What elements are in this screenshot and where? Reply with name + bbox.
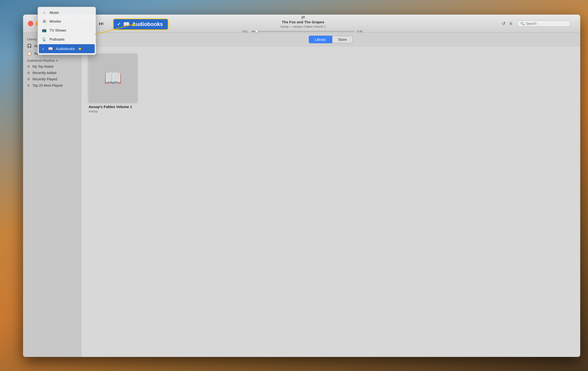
podcasts-icon: 📡 (42, 37, 47, 42)
playlists-section-header[interactable]: Audiobook Playlists ▾ (23, 57, 81, 63)
dot-indicator (79, 48, 81, 50)
close-button[interactable] (28, 21, 33, 26)
dropdown-item-podcasts[interactable]: 📡 Podcasts (38, 35, 96, 44)
chevron-down-icon: ▾ (56, 59, 58, 62)
gear-icon-recently-played: ⚙ (27, 77, 30, 81)
progress-bar[interactable] (252, 31, 355, 32)
search-icon: 🔍 (520, 21, 525, 25)
dropdown-audiobooks-label: Audiobooks (56, 47, 75, 51)
dropdown-item-movies[interactable]: ⊞ Movies (38, 17, 96, 26)
next-button[interactable]: ⏭ (99, 21, 104, 27)
playlist-top-25-label: Top 25 Most Played (32, 84, 63, 87)
album-card-aesops-fables[interactable]: 📖 Aesop's Fables Volume 1 Aesop (89, 54, 137, 113)
repeat-button[interactable]: ↺ (502, 21, 505, 26)
gear-icon-top-25: ⚙ (27, 84, 30, 87)
playlist-my-top-rated-label: My Top Rated (32, 64, 53, 68)
right-controls: ≡ 🔍 (509, 21, 570, 27)
audiobooks-dropdown-icon: 📖 (48, 46, 53, 51)
playlist-recently-added[interactable]: ⚙ Recently Added (23, 70, 81, 76)
dropdown-item-audiobooks[interactable]: ✓ 📖 Audiobooks (39, 44, 95, 53)
headphones-icon: 🎧 (27, 43, 32, 48)
track-subtitle: Aesop — Aesop's Fables Volume 1 (280, 25, 326, 28)
tab-library[interactable]: Library (309, 36, 332, 43)
window-body: Library 🎧 Audiobooks 📋 Authors Audiobook… (23, 33, 580, 357)
movies-icon: ⊞ (42, 19, 47, 23)
progress-bar-container: 0:01 -0:45 (242, 30, 364, 33)
playlist-top-25-most-played[interactable]: ⚙ Top 25 Most Played (23, 82, 81, 89)
progress-thumb[interactable] (255, 30, 258, 33)
audiobooks-book-icon: 📖 (123, 21, 130, 27)
track-title: The Fox and The Grapes (282, 20, 324, 24)
tv-shows-icon: 📺 (42, 28, 47, 32)
list-view-button[interactable]: ≡ (509, 21, 512, 26)
content-area: Library Store 📖 Aesop's Fables Volume 1 … (81, 33, 580, 357)
album-artist-aesops-fables: Aesop (89, 109, 98, 113)
search-bar[interactable]: 🔍 (517, 21, 570, 27)
dropdown-item-tv-shows[interactable]: 📺 TV Shows (38, 26, 96, 35)
search-input[interactable] (526, 21, 567, 25)
album-art-placeholder-icon: 📖 (104, 69, 122, 87)
playlist-recently-played-label: Recently Played (32, 77, 57, 81)
title-bar: ‹ › ⏮ ⏸ ⏭ ✓ 📖 Audiobooks ⇄ The Fox and T… (23, 15, 580, 33)
dropdown-item-music[interactable]: ♪ Music (38, 8, 96, 17)
audiobooks-checkmark-icon: ✓ (117, 21, 121, 27)
audiobooks-highlight-label: Audiobooks (132, 21, 163, 27)
dropdown-podcasts-label: Podcasts (50, 37, 64, 41)
album-title-aesops-fables: Aesop's Fables Volume 1 (89, 105, 132, 109)
playlist-my-top-rated[interactable]: ⚙ My Top Rated (23, 63, 81, 70)
tab-store[interactable]: Store (332, 36, 353, 43)
time-elapsed: 0:01 (242, 30, 250, 33)
gear-icon-recently-added: ⚙ (27, 71, 30, 75)
content-grid: 📖 Aesop's Fables Volume 1 Aesop (81, 46, 580, 357)
time-remaining: -0:45 (357, 30, 364, 33)
itunes-window: ‹ › ⏮ ⏸ ⏭ ✓ 📖 Audiobooks ⇄ The Fox and T… (23, 15, 580, 357)
authors-icon: 📋 (27, 51, 32, 56)
music-note-icon: ♪ (42, 10, 47, 15)
playlist-recently-played[interactable]: ⚙ Recently Played (23, 76, 81, 82)
dropdown-music-label: Music (50, 11, 59, 15)
album-art-aesops-fables: 📖 (89, 54, 137, 102)
audiobooks-checkmark: ✓ (42, 47, 45, 51)
audiobooks-menu-button[interactable]: ✓ 📖 Audiobooks (113, 19, 168, 30)
dropdown-movies-label: Movies (50, 19, 61, 23)
playlist-recently-added-label: Recently Added (32, 71, 56, 75)
dropdown-menu: ♪ Music ⊞ Movies 📺 TV Shows 📡 Podcasts ✓… (38, 7, 96, 55)
sidebar: Library 🎧 Audiobooks 📋 Authors Audiobook… (23, 33, 81, 357)
gear-icon-top-rated: ⚙ (27, 64, 30, 68)
playlists-section-label: Audiobook Playlists (27, 59, 55, 62)
content-tabs: Library Store (81, 33, 580, 46)
dropdown-tv-shows-label: TV Shows (50, 28, 66, 32)
shuffle-button[interactable]: ⇄ (301, 15, 305, 20)
